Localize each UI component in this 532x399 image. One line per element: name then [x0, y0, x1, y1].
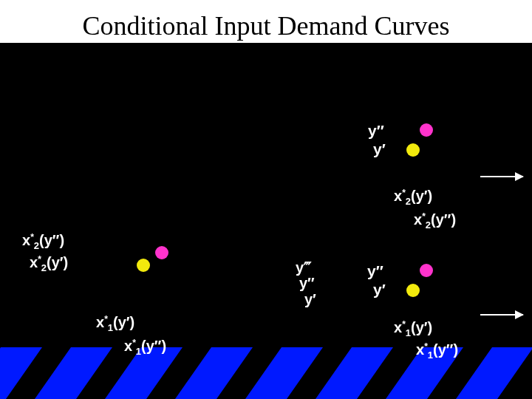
arrow-upper [480, 176, 523, 177]
label-ypp-ur: y″ [368, 122, 384, 140]
dot-magenta-lc [155, 246, 168, 259]
dot-yellow-lr [406, 284, 420, 297]
label-ypp-lr: y″ [367, 262, 383, 280]
page-title: Conditional Input Demand Curves [0, 6, 532, 44]
label-yppp-cb: y‴ [296, 259, 311, 276]
label-x1-yp-br: x*1(y′) [394, 319, 432, 336]
label-x2-ypp-l: x*2(y″) [22, 232, 64, 249]
dot-yellow-lc [137, 259, 150, 272]
label-yp-cb: y′ [304, 291, 316, 308]
label-x1-ypp-br: x*1(y″) [416, 341, 458, 358]
label-yp-ur: y′ [373, 140, 386, 158]
label-x1-yp-bl: x*1(y′) [96, 314, 134, 331]
label-x2-yp-r: x*2(y′) [394, 188, 432, 205]
label-x2-yp-l: x*2(y′) [30, 254, 68, 271]
label-ypp-cb: y″ [299, 275, 315, 292]
label-yp-lr: y′ [373, 281, 386, 299]
dot-magenta-lr [420, 264, 433, 277]
arrow-lower [480, 314, 523, 316]
dot-magenta-ur [420, 123, 433, 137]
label-x2-ypp-r: x*2(y″) [414, 211, 456, 228]
label-x1-ypp-bl: x*1(y″) [124, 338, 166, 355]
dot-yellow-ur [406, 143, 420, 157]
